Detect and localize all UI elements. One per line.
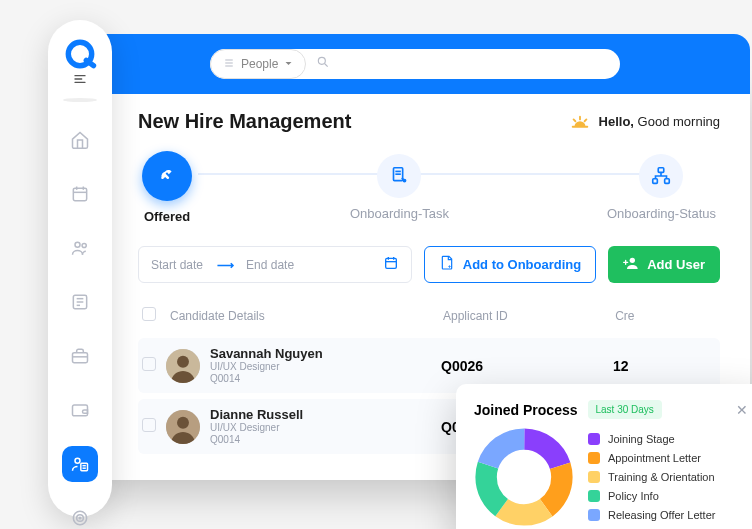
button-label: Add User — [647, 257, 705, 272]
legend-swatch — [588, 452, 600, 464]
svg-point-17 — [630, 258, 635, 263]
svg-rect-28 — [73, 188, 86, 201]
greeting: Hello, Good morning — [569, 113, 720, 131]
candidate-code: Q0014 — [210, 373, 323, 385]
menu-icon[interactable] — [70, 74, 90, 84]
legend-label: Joining Stage — [608, 433, 675, 445]
candidate-role: UI/UX Designer — [210, 361, 323, 373]
svg-rect-12 — [385, 258, 396, 268]
add-to-onboarding-button[interactable]: + Add to Onboarding — [424, 246, 596, 283]
org-chart-icon — [639, 154, 683, 198]
svg-line-4 — [325, 64, 328, 67]
button-label: Add to Onboarding — [463, 257, 581, 272]
svg-rect-9 — [659, 168, 665, 173]
row-checkbox[interactable] — [142, 357, 156, 371]
svg-point-19 — [177, 355, 189, 367]
candidate-name: Dianne Russell — [210, 407, 303, 422]
legend-item: Joining Stage — [588, 433, 715, 445]
page-title: New Hire Management — [138, 110, 351, 133]
svg-point-3 — [319, 57, 326, 64]
arrow-right-icon: ⟶ — [217, 258, 232, 272]
step-label: Onboarding-Status — [607, 206, 716, 221]
svg-point-8 — [404, 179, 406, 181]
chevron-down-icon — [284, 57, 293, 71]
search-icon — [316, 55, 330, 73]
legend-label: Releasing Offer Letter — [608, 509, 715, 521]
step-onboarding-task[interactable]: Onboarding-Task — [350, 154, 449, 221]
svg-point-32 — [75, 242, 80, 247]
candidate-code: Q0014 — [210, 434, 303, 446]
legend-item: Appointment Letter — [588, 452, 715, 464]
legend-item: Policy Info — [588, 490, 715, 502]
date-range-picker[interactable]: Start date ⟶ End date — [138, 246, 412, 283]
legend-swatch — [588, 471, 600, 483]
sun-icon — [569, 113, 591, 131]
document-add-icon: + — [439, 255, 455, 274]
stepper: Offered Onboarding-Task Onboarding-Statu… — [138, 151, 720, 224]
nav-target[interactable] — [62, 500, 98, 529]
search-scope-dropdown[interactable]: People — [210, 49, 306, 79]
step-label: Onboarding-Task — [350, 206, 449, 221]
nav-org[interactable] — [62, 284, 98, 320]
step-offered[interactable]: Offered — [142, 151, 192, 224]
start-date-label: Start date — [151, 258, 203, 272]
legend-swatch — [588, 433, 600, 445]
close-icon[interactable]: ✕ — [736, 402, 748, 418]
legend-label: Policy Info — [608, 490, 659, 502]
step-onboarding-status[interactable]: Onboarding-Status — [607, 154, 716, 221]
candidate-role: UI/UX Designer — [210, 422, 303, 434]
legend-label: Appointment Letter — [608, 452, 701, 464]
legend-swatch — [588, 509, 600, 521]
svg-point-33 — [82, 243, 86, 247]
svg-point-41 — [75, 458, 80, 463]
nav-hire[interactable] — [62, 446, 98, 482]
col-candidate: Candidate Details — [170, 309, 439, 323]
joined-process-widget: Joined Process Last 30 Days ✕ Joining St… — [456, 384, 752, 529]
svg-text:+: + — [447, 263, 451, 269]
calendar-icon — [383, 255, 399, 274]
app-logo[interactable] — [62, 36, 98, 72]
nav-home[interactable] — [62, 122, 98, 158]
search-input[interactable] — [306, 55, 620, 73]
widget-title: Joined Process — [474, 402, 578, 418]
greeting-bold: Hello, — [599, 114, 634, 129]
created-date: 12 — [613, 358, 716, 374]
search-scope-label: People — [241, 57, 278, 71]
nav-wallet[interactable] — [62, 392, 98, 428]
legend-label: Training & Orientation — [608, 471, 715, 483]
document-icon — [377, 154, 421, 198]
widget-range-pill[interactable]: Last 30 Days — [588, 400, 662, 419]
greeting-text: Good morning — [638, 114, 720, 129]
end-date-label: End date — [246, 258, 294, 272]
add-user-button[interactable]: Add User — [608, 246, 720, 283]
user-avatar[interactable] — [63, 98, 97, 102]
row-checkbox[interactable] — [142, 418, 156, 432]
handshake-icon — [142, 151, 192, 201]
svg-point-47 — [79, 517, 81, 519]
candidate-avatar — [166, 349, 200, 383]
step-label: Offered — [144, 209, 190, 224]
candidate-avatar — [166, 410, 200, 444]
list-icon — [223, 57, 235, 72]
svg-rect-42 — [81, 463, 88, 471]
svg-rect-38 — [73, 353, 88, 363]
search-pill: People — [210, 49, 620, 79]
svg-rect-10 — [653, 179, 658, 184]
chart-legend: Joining StageAppointment LetterTraining … — [588, 433, 715, 521]
nav-calendar[interactable] — [62, 176, 98, 212]
applicant-id: Q0026 — [441, 358, 613, 374]
col-created: Cre — [615, 309, 716, 323]
col-applicant: Applicant ID — [443, 309, 611, 323]
candidate-name: Savannah Nguyen — [210, 346, 323, 361]
top-bar: People — [90, 34, 750, 94]
sidebar — [48, 20, 112, 517]
user-add-icon — [623, 255, 639, 274]
nav-people[interactable] — [62, 230, 98, 266]
legend-item: Training & Orientation — [588, 471, 715, 483]
svg-rect-11 — [665, 179, 670, 184]
select-all-checkbox[interactable] — [142, 307, 156, 321]
svg-point-21 — [177, 416, 189, 428]
legend-item: Releasing Offer Letter — [588, 509, 715, 521]
donut-chart — [474, 427, 574, 527]
nav-briefcase[interactable] — [62, 338, 98, 374]
